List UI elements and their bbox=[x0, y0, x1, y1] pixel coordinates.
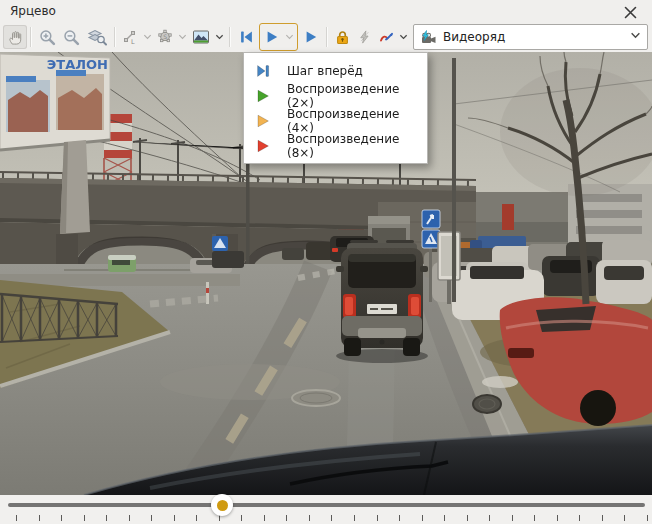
title-bar: Ярцево bbox=[0, 0, 652, 22]
slider-tick bbox=[512, 515, 513, 521]
measure-line-button[interactable]: L bbox=[119, 25, 141, 49]
layers-magnifier-icon bbox=[87, 28, 107, 46]
menu-item-label: Воспроизведение (4×) bbox=[287, 107, 427, 135]
slider-tick bbox=[467, 515, 468, 521]
landscape-image-icon bbox=[192, 29, 210, 45]
slider-tick bbox=[84, 515, 85, 521]
slider-tick bbox=[579, 515, 580, 521]
slider-tick bbox=[557, 515, 558, 521]
play-button-group bbox=[259, 23, 298, 51]
billboard-text: ЭТАЛОН bbox=[47, 57, 108, 72]
slider-tick bbox=[129, 515, 130, 521]
image-view-menu-button[interactable] bbox=[213, 25, 226, 49]
slider-tick bbox=[174, 515, 175, 521]
menu-item-label: Воспроизведение (8×) bbox=[287, 132, 427, 160]
lock-button[interactable] bbox=[331, 25, 353, 49]
chevron-down-icon bbox=[143, 33, 152, 41]
close-button[interactable] bbox=[622, 4, 638, 20]
image-view-button[interactable] bbox=[189, 25, 213, 49]
toolbar-separator bbox=[229, 27, 231, 47]
route-curve-icon bbox=[378, 29, 395, 45]
slider-tick bbox=[286, 515, 287, 521]
measure-line-icon: L bbox=[122, 29, 138, 45]
slider-tick bbox=[241, 515, 242, 521]
menu-item-play-4x[interactable]: Воспроизведение (4×) bbox=[244, 108, 427, 133]
slider-tick bbox=[264, 515, 265, 521]
suv-car bbox=[336, 240, 428, 363]
slider-tick bbox=[422, 515, 423, 521]
play-button[interactable] bbox=[261, 25, 283, 49]
layer-combobox-value: Видеоряд bbox=[443, 30, 505, 44]
lock-icon bbox=[334, 29, 351, 46]
measure-area-menu-button[interactable] bbox=[176, 25, 189, 49]
slider-handle-dot bbox=[217, 500, 228, 511]
play-icon bbox=[255, 88, 271, 104]
toolbar-separator bbox=[114, 27, 116, 47]
play-icon bbox=[255, 138, 271, 154]
zoom-out-button[interactable] bbox=[59, 25, 83, 49]
slider-tick bbox=[196, 515, 197, 521]
hand-icon bbox=[7, 29, 24, 46]
zoom-in-icon bbox=[39, 29, 56, 46]
route-tool-menu-button[interactable] bbox=[397, 25, 410, 49]
close-icon bbox=[624, 6, 637, 19]
slider-ticks bbox=[16, 515, 648, 522]
toolbar: L S bbox=[0, 22, 652, 52]
play-forward-icon bbox=[303, 29, 319, 45]
slider-tick bbox=[624, 515, 625, 521]
slider-tick bbox=[16, 515, 17, 521]
play-menu-button[interactable] bbox=[283, 25, 296, 49]
lightning-icon bbox=[357, 29, 372, 45]
measure-area-icon: S bbox=[157, 29, 173, 45]
slider-handle[interactable] bbox=[211, 494, 233, 516]
slider-tick bbox=[534, 515, 535, 521]
toolbar-separator bbox=[326, 27, 328, 47]
step-back-icon bbox=[238, 29, 255, 45]
chevron-down-icon bbox=[285, 33, 294, 41]
slider-tick bbox=[309, 515, 310, 521]
slider-tick bbox=[106, 515, 107, 521]
zoom-layers-button[interactable] bbox=[83, 25, 111, 49]
menu-item-play-8x[interactable]: Воспроизведение (8×) bbox=[244, 133, 427, 158]
slider-tick bbox=[489, 515, 490, 521]
video-camera-lightning-icon bbox=[420, 30, 437, 45]
slider-tick bbox=[61, 515, 62, 521]
chevron-down-icon bbox=[178, 33, 187, 41]
window-title: Ярцево bbox=[10, 4, 56, 18]
play-dropdown-menu: Шаг вперёд Воспроизведение (2×) Воспроиз… bbox=[243, 52, 428, 164]
measure-area-button[interactable]: S bbox=[154, 25, 176, 49]
slider-tick bbox=[602, 515, 603, 521]
slider-tick bbox=[647, 515, 648, 521]
svg-text:S: S bbox=[163, 33, 167, 40]
play-forward-button[interactable] bbox=[299, 25, 323, 49]
slider-tick bbox=[354, 515, 355, 521]
slider-tick bbox=[331, 515, 332, 521]
zoom-in-button[interactable] bbox=[35, 25, 59, 49]
play-icon bbox=[255, 113, 271, 129]
svg-text:L: L bbox=[131, 38, 135, 46]
menu-item-step-forward[interactable]: Шаг вперёд bbox=[244, 58, 427, 83]
slider-tick bbox=[377, 515, 378, 521]
chevron-down-icon bbox=[215, 33, 224, 41]
combobox-chevron[interactable] bbox=[630, 29, 641, 43]
menu-item-label: Воспроизведение (2×) bbox=[287, 82, 427, 110]
measure-line-menu-button[interactable] bbox=[141, 25, 154, 49]
slider-track[interactable] bbox=[8, 503, 645, 507]
pan-tool-button[interactable] bbox=[3, 25, 27, 49]
route-tool-button[interactable] bbox=[375, 25, 397, 49]
timeline-slider bbox=[0, 495, 652, 524]
slider-tick bbox=[151, 515, 152, 521]
chevron-down-icon bbox=[399, 33, 408, 41]
slider-tick bbox=[444, 515, 445, 521]
play-icon bbox=[264, 29, 280, 45]
menu-item-label: Шаг вперёд bbox=[287, 64, 363, 78]
layer-combobox[interactable]: Видеоряд bbox=[413, 24, 648, 50]
step-forward-icon bbox=[255, 63, 271, 79]
slider-tick bbox=[399, 515, 400, 521]
slider-tick bbox=[39, 515, 40, 521]
toolbar-separator bbox=[30, 27, 32, 47]
step-back-button[interactable] bbox=[234, 25, 258, 49]
menu-item-play-2x[interactable]: Воспроизведение (2×) bbox=[244, 83, 427, 108]
zoom-out-icon bbox=[63, 29, 80, 46]
flash-tool-button[interactable] bbox=[353, 25, 375, 49]
